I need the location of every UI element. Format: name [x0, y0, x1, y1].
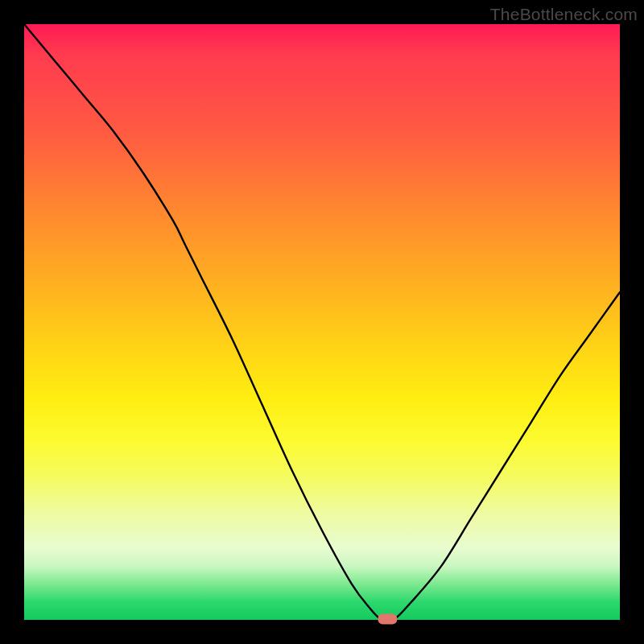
bottleneck-curve [24, 24, 620, 621]
plot-area [24, 24, 620, 620]
chart-frame: TheBottleneck.com [0, 0, 644, 644]
optimal-marker [378, 614, 397, 625]
watermark-text: TheBottleneck.com [490, 5, 638, 24]
chart-svg [24, 24, 620, 620]
